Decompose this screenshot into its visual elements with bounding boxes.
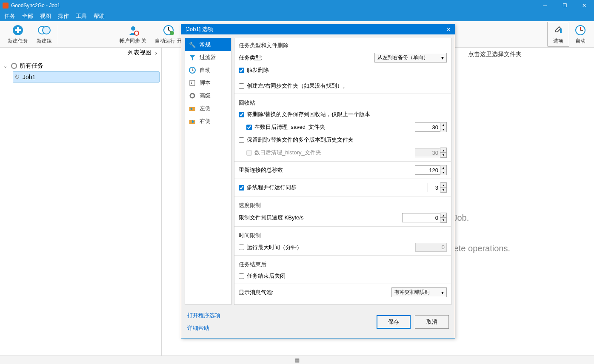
parallel-checkbox[interactable]: 多线程并行运行同步 (239, 184, 297, 191)
nav-auto[interactable]: 自动 (185, 64, 231, 77)
nav-left[interactable]: 左侧 (185, 102, 231, 115)
section-time: 时间限制 (234, 228, 451, 241)
menu-action[interactable]: 操作 (58, 12, 69, 20)
nav-filter[interactable]: 过滤器 (185, 51, 231, 64)
svg-point-25 (191, 95, 193, 97)
svg-rect-14 (560, 28, 562, 33)
save-button[interactable]: 保存 (377, 315, 411, 329)
open-program-options-link[interactable]: 打开程序选项 (187, 312, 220, 319)
balloon-select[interactable]: 有冲突和错误时▾ (391, 287, 447, 297)
svg-point-23 (191, 83, 192, 84)
clean-saved-checkbox[interactable]: 在数日后清理_saved_文件夹 (246, 123, 325, 131)
jobtype-label: 任务类型: (239, 54, 263, 62)
menu-all[interactable]: 全部 (22, 12, 33, 20)
folder-right-icon (188, 117, 196, 125)
circle-icon (11, 63, 17, 69)
dialog-content: 任务类型和文件删除 任务类型: 从左到右备份（单向）▾ 触发删除 创建左/右同步… (234, 38, 451, 305)
tree-root[interactable]: ⌄ 所有任务 (2, 60, 160, 71)
svg-point-22 (191, 82, 192, 82)
chevron-down-icon: ⌄ (3, 63, 9, 69)
clock-icon (188, 66, 196, 74)
menubar: 任务 全部 视图 操作 工具 帮助 (0, 11, 594, 21)
svg-point-10 (170, 31, 174, 35)
help-link[interactable]: 详细帮助 (187, 324, 220, 332)
new-job-button[interactable]: 新建任务 (3, 23, 32, 46)
layout-icon[interactable]: ▦ (295, 357, 300, 363)
balloon-label: 显示消息气泡: (239, 289, 274, 296)
keep-history-checkbox[interactable]: 保留删除/替换文件的多个版本到历史文件夹 (239, 136, 354, 144)
new-group-button[interactable]: 新建组 (32, 23, 56, 46)
menu-tools[interactable]: 工具 (76, 12, 87, 20)
speed-spinner[interactable]: ▲▼ (402, 213, 447, 223)
close-button[interactable]: ✕ (574, 0, 594, 11)
menu-tasks[interactable]: 任务 (4, 12, 15, 20)
dialog-titlebar: [Job1] 选项 ✕ (181, 24, 455, 34)
svg-rect-21 (190, 80, 195, 85)
parallel-spinner[interactable]: ▲▼ (428, 182, 447, 193)
sidebar: 列表视图 › ⌄ 所有任务 ↻ Job1 (0, 48, 162, 355)
nav-script[interactable]: 脚本 (185, 77, 231, 89)
save-replaced-checkbox[interactable]: 将删除/替换的文件保存到回收站，仅限上一个版本 (239, 111, 370, 118)
folder-left-icon (188, 105, 196, 112)
app-icon (3, 3, 9, 9)
menu-help[interactable]: 帮助 (94, 12, 105, 20)
cancel-button[interactable]: 取消 (415, 315, 449, 329)
jobtype-select[interactable]: 从左到右备份（单向）▾ (374, 53, 447, 63)
user-icon (127, 24, 140, 37)
menu-view[interactable]: 视图 (40, 12, 51, 20)
clock2-icon (574, 24, 587, 37)
clean-history-spinner: ▲▼ (415, 148, 447, 158)
funnel-icon (188, 54, 196, 61)
options-button[interactable]: 选项 (547, 22, 569, 47)
chevron-down-icon: ▾ (441, 290, 444, 296)
clock-icon (162, 24, 175, 37)
plus-circle-icon (11, 24, 24, 37)
auto-button[interactable]: 自动 (569, 23, 591, 46)
account-sync-button[interactable]: 帐户同步 关 (115, 23, 151, 46)
dialog-nav: 🔧常规 过滤器 自动 脚本 高级 左侧 右侧 (185, 38, 231, 305)
svg-line-20 (192, 70, 194, 71)
reconnect-label: 重新连接的总秒数 (239, 166, 283, 174)
chevron-right-icon: › (155, 49, 157, 56)
options-dialog: [Job1] 选项 ✕ 🔧常规 过滤器 自动 脚本 高级 左侧 右侧 任务类型和… (181, 24, 455, 338)
dialog-close-button[interactable]: ✕ (442, 26, 455, 33)
nav-right[interactable]: 右侧 (185, 115, 231, 128)
reconnect-spinner[interactable]: ▲▼ (415, 165, 447, 175)
window-titlebar: GoodSync2Go - Job1 ─ ☐ ✕ (0, 0, 594, 11)
folder-hint[interactable]: 点击这里选择文件夹 (468, 51, 522, 58)
close-after-checkbox[interactable]: 任务结束后关闭 (239, 272, 286, 280)
speed-label: 限制文件拷贝速度 KByte/s (239, 214, 303, 222)
maximize-button[interactable]: ☐ (555, 0, 574, 11)
clean-history-checkbox[interactable]: 数日后清理_history_文件夹 (246, 149, 321, 156)
nav-general[interactable]: 🔧常规 (185, 38, 231, 51)
clean-saved-spinner[interactable]: ▲▼ (415, 122, 447, 132)
refresh-icon: ↻ (14, 73, 20, 81)
trigger-delete-checkbox[interactable]: 触发删除 (239, 66, 269, 74)
max-time-input (415, 243, 447, 252)
new-group-icon (38, 24, 51, 37)
gear-icon (188, 92, 196, 100)
minimize-button[interactable]: ─ (535, 0, 555, 11)
wrench-icon (552, 24, 565, 37)
create-sync-folder-checkbox[interactable]: 创建左/右同步文件夹（如果没有找到）。 (239, 82, 348, 90)
list-view-toggle[interactable]: 列表视图 › (0, 48, 161, 58)
svg-point-6 (134, 31, 139, 35)
script-icon (188, 79, 196, 87)
svg-point-5 (131, 26, 135, 31)
chevron-down-icon: ▾ (441, 55, 444, 61)
section-jobtype: 任务类型和文件删除 (234, 38, 451, 51)
wrench-icon: 🔧 (188, 41, 196, 48)
window-title: GoodSync2Go - Job1 (11, 3, 60, 9)
max-time-checkbox[interactable]: 运行最大时间（分钟） (239, 244, 302, 251)
statusbar: ▦ (0, 355, 594, 364)
section-after: 任务结束后 (234, 257, 451, 270)
svg-rect-2 (15, 29, 21, 31)
tree-job1[interactable]: ↻ Job1 (13, 71, 160, 82)
section-speed: 速度限制 (234, 198, 451, 211)
section-recycle: 回收站 (234, 96, 451, 108)
nav-advanced[interactable]: 高级 (185, 89, 231, 102)
svg-point-4 (43, 26, 50, 34)
